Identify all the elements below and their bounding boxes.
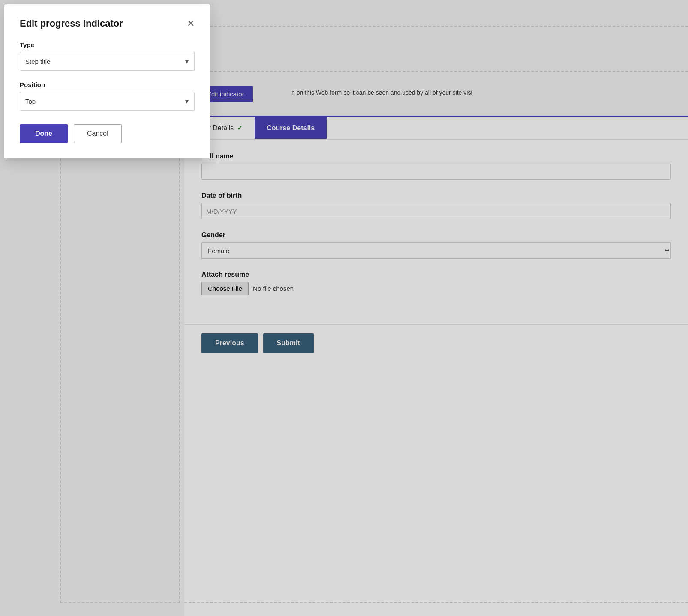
type-field: Type Step title Step number Progress bar xyxy=(20,41,195,71)
done-button[interactable]: Done xyxy=(20,124,68,143)
cancel-button[interactable]: Cancel xyxy=(74,124,122,143)
type-label: Type xyxy=(20,41,195,48)
position-select[interactable]: Top Bottom Left Right xyxy=(20,92,195,111)
modal-title: Edit progress indicator xyxy=(20,18,123,29)
position-field: Position Top Bottom Left Right xyxy=(20,81,195,111)
type-select-wrapper: Step title Step number Progress bar xyxy=(20,52,195,71)
position-select-wrapper: Top Bottom Left Right xyxy=(20,92,195,111)
type-select[interactable]: Step title Step number Progress bar xyxy=(20,52,195,71)
modal-buttons: Done Cancel xyxy=(20,124,195,143)
position-label: Position xyxy=(20,81,195,88)
modal-close-button[interactable]: ✕ xyxy=(187,19,195,28)
modal-header: Edit progress indicator ✕ xyxy=(20,18,195,29)
edit-progress-indicator-modal: Edit progress indicator ✕ Type Step titl… xyxy=(4,4,210,158)
